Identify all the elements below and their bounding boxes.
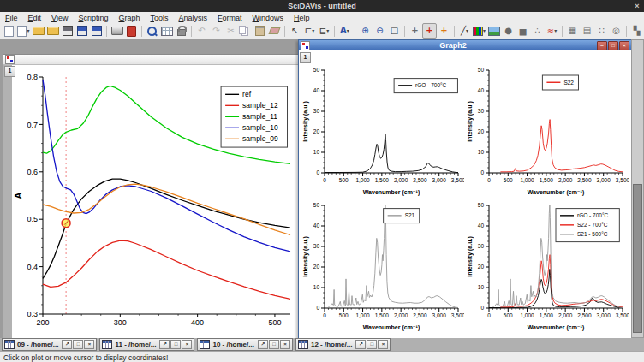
pointer-icon[interactable]: ↖ <box>288 23 302 39</box>
svg-text:500: 500 <box>339 312 349 318</box>
menu-scripting[interactable]: Scripting <box>73 14 113 22</box>
layer-button[interactable]: 1 <box>4 66 15 77</box>
zoom-in-icon[interactable]: ⊕ <box>358 23 373 39</box>
draw-line-icon[interactable]: ╱▾ <box>457 23 472 39</box>
app-close-button[interactable]: × <box>630 2 644 10</box>
save-template-icon[interactable] <box>60 23 75 39</box>
menu-help[interactable]: Help <box>289 14 315 22</box>
graph2-titlebar[interactable]: Graph2 ‒ □ × <box>299 40 631 50</box>
copy-icon[interactable] <box>238 23 253 39</box>
cascade-windows-icon[interactable]: ▚ <box>629 23 644 39</box>
print-icon[interactable] <box>110 23 124 39</box>
menu-edit[interactable]: Edit <box>23 14 47 22</box>
absorbance-graph-window[interactable]: 1 2003004005000.30.40.50.60.70.8Arefsamp… <box>3 54 299 339</box>
tab-maximize-button[interactable]: □ <box>170 340 181 349</box>
delete-icon[interactable] <box>267 23 282 39</box>
open-template-icon[interactable] <box>45 23 60 39</box>
icon-glyph: + <box>440 27 447 35</box>
menu-format[interactable]: Format <box>212 14 247 22</box>
plot-3d-bars-icon[interactable]: ▅ <box>516 23 530 39</box>
graph-window-icon <box>301 41 310 50</box>
tab-close-button[interactable]: × <box>182 340 192 349</box>
menu-windows[interactable]: Windows <box>247 14 289 22</box>
menu-view[interactable]: View <box>46 14 73 22</box>
minimize-button[interactable]: ‒ <box>597 41 607 50</box>
add-curve-icon[interactable]: ▾ <box>472 23 486 39</box>
svg-text:Wavenumber (cm⁻¹): Wavenumber (cm⁻¹) <box>528 324 584 331</box>
maximize-button[interactable]: □ <box>608 41 618 50</box>
plot-3d-points-icon[interactable]: ∷ <box>594 23 609 39</box>
tab-close-button[interactable]: × <box>280 340 290 349</box>
select-data-point-icon[interactable]: + <box>437 23 451 39</box>
tab-restore-button[interactable]: ↗ <box>159 340 170 349</box>
scrollbar-thumb[interactable] <box>633 184 642 333</box>
icon-glyph: ∷ <box>599 27 604 35</box>
graph2-window[interactable]: Graph2 ‒ □ × 1 05001,0001,5002,0002,5003… <box>298 39 632 340</box>
save-project-icon[interactable] <box>75 23 89 39</box>
new-table-icon[interactable] <box>159 23 174 39</box>
tab-close-button[interactable]: × <box>378 340 388 349</box>
absorbance-plot[interactable]: 2003004005000.30.40.50.60.70.8Arefsample… <box>12 65 298 338</box>
fit-wizard-icon[interactable]: ≈▾ <box>545 23 559 39</box>
raman-plot-s22[interactable]: 05001,0001,5002,0002,5003,0003,500010203… <box>466 63 629 197</box>
table-icon <box>102 340 112 349</box>
svg-text:0: 0 <box>316 169 319 175</box>
tab-restore-button[interactable]: ↗ <box>355 340 366 349</box>
tab-restore-button[interactable]: ↗ <box>258 340 268 349</box>
lock-toolbars-icon[interactable] <box>174 23 188 39</box>
svg-text:1,500: 1,500 <box>375 312 390 318</box>
menu-analysis[interactable]: Analysis <box>173 14 212 22</box>
svg-text:S21 - 500°C: S21 - 500°C <box>577 231 608 237</box>
data-reader-icon[interactable]: + <box>422 23 437 39</box>
select-data-range-icon[interactable]: ⊏▾ <box>302 23 317 39</box>
raman-plot-overlay[interactable]: 05001,0001,5002,0002,5003,0003,500010203… <box>466 199 629 332</box>
redo-icon[interactable]: ↷ <box>209 23 224 39</box>
plot-3d-scatter-icon[interactable]: ∴ <box>530 23 545 39</box>
paste-icon[interactable] <box>253 23 267 39</box>
menu-tools[interactable]: Tools <box>145 14 173 22</box>
cut-icon[interactable]: ✂ <box>224 23 238 39</box>
svg-text:500: 500 <box>504 177 513 183</box>
svg-text:500: 500 <box>339 177 349 183</box>
new-aspect-icon[interactable]: ▾ <box>16 23 31 39</box>
tab-11[interactable]: 11 - /home/...↗□× <box>99 338 194 351</box>
workspace-scrollbar[interactable] <box>631 39 644 338</box>
tab-12[interactable]: 12 - /home/...↗□× <box>295 338 391 351</box>
menu-graph[interactable]: Graph <box>113 14 145 22</box>
svg-text:30: 30 <box>313 243 320 249</box>
tab-label: 10 - /home/... <box>212 341 253 348</box>
table-icon <box>298 340 308 349</box>
duplicate-window-icon[interactable] <box>145 23 159 39</box>
open-project-icon[interactable] <box>31 23 45 39</box>
tab-restore-button[interactable]: ↗ <box>62 340 72 349</box>
zoom-out-icon[interactable]: ⊖ <box>373 23 387 39</box>
new-project-icon[interactable] <box>2 23 16 39</box>
svg-text:sample_09: sample_09 <box>242 134 278 143</box>
add-image-icon[interactable] <box>486 23 501 39</box>
layer-button[interactable]: 1 <box>300 52 311 63</box>
svg-text:0.3: 0.3 <box>27 310 38 318</box>
plot-3d-surface-icon[interactable]: ▦ <box>565 23 580 39</box>
tab-close-button[interactable]: × <box>84 340 94 349</box>
tab-maximize-button[interactable]: □ <box>269 340 279 349</box>
tab-09[interactable]: 09 - /home/...↗□× <box>2 338 97 351</box>
add-text-icon[interactable]: A▾ <box>337 23 352 39</box>
save-project-as-icon[interactable] <box>89 23 104 39</box>
raman-plot-rgo[interactable]: 05001,0001,5002,0002,5003,0003,500010203… <box>301 63 464 197</box>
raman-plot-s21[interactable]: 05001,0001,5002,0002,5003,0003,500010203… <box>301 199 464 332</box>
undo-icon[interactable]: ↶ <box>194 23 209 39</box>
plot-pie-icon[interactable]: ● <box>501 23 516 39</box>
rescale-show-all-icon[interactable]: □ <box>387 23 402 39</box>
plot-3d-bar-icon[interactable]: ▤ <box>580 23 594 39</box>
export-pdf-icon[interactable] <box>124 23 139 39</box>
tab-maximize-button[interactable]: □ <box>367 340 377 349</box>
icon-glyph: ⊖ <box>376 27 383 35</box>
selection-tools-icon[interactable]: ⊑▾ <box>317 23 331 39</box>
plot-3d-pie-icon[interactable]: ◎ <box>609 23 623 39</box>
absorbance-window-titlebar[interactable] <box>3 55 298 65</box>
tab-10[interactable]: 10 - /home/...↗□× <box>197 338 292 351</box>
screen-reader-icon[interactable]: + <box>408 23 422 39</box>
tab-maximize-button[interactable]: □ <box>73 340 83 349</box>
close-button[interactable]: × <box>619 41 629 50</box>
menu-file[interactable]: File <box>0 14 23 22</box>
